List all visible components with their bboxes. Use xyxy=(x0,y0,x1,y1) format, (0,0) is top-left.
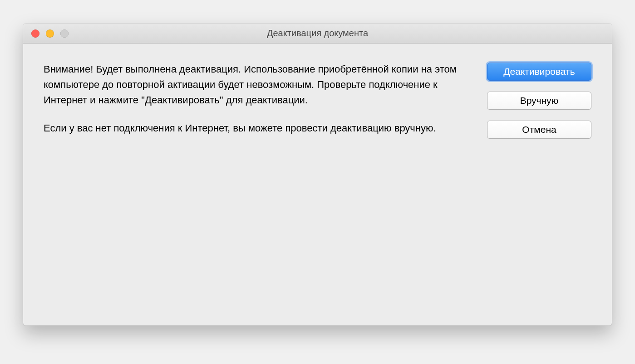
dialog-message: Внимание! Будет выполнена деактивация. И… xyxy=(44,62,469,305)
dialog-window: Деактивация документа Внимание! Будет вы… xyxy=(23,24,612,325)
manual-button[interactable]: Вручную xyxy=(487,92,591,110)
message-paragraph-2: Если у вас нет подключения к Интернет, в… xyxy=(44,121,469,136)
dialog-buttons: Деактивировать Вручную Отмена xyxy=(487,63,591,305)
traffic-lights xyxy=(23,29,69,38)
cancel-button[interactable]: Отмена xyxy=(487,121,591,139)
close-icon[interactable] xyxy=(31,29,39,38)
message-paragraph-1: Внимание! Будет выполнена деактивация. И… xyxy=(44,62,469,108)
dialog-content: Внимание! Будет выполнена деактивация. И… xyxy=(23,44,612,325)
minimize-icon[interactable] xyxy=(46,29,54,38)
maximize-icon xyxy=(60,29,69,38)
window-title: Деактивация документа xyxy=(23,28,612,39)
deactivate-button[interactable]: Деактивировать xyxy=(487,63,591,81)
titlebar: Деактивация документа xyxy=(23,24,612,44)
